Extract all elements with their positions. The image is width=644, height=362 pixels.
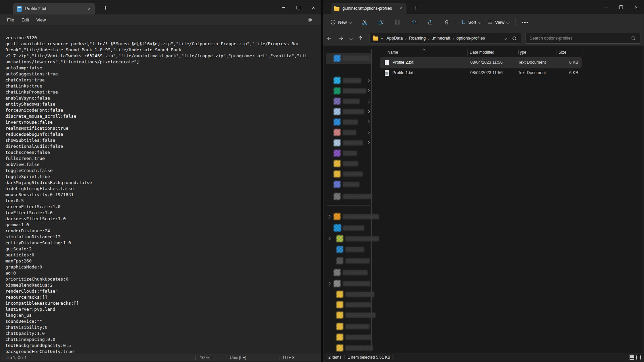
sidebar-item-redacted[interactable] (326, 321, 371, 331)
line-ending[interactable]: Unix (LF) (230, 355, 246, 360)
recent-locations-button[interactable] (346, 33, 355, 44)
file-row[interactable]: Profile 1.txt08/04/2023 11:56Text Docume… (380, 68, 582, 78)
selection-size: 5.61 KB (376, 355, 390, 360)
notepad-tab-profile2[interactable]: Profile 2.txt × (13, 3, 95, 14)
explorer-tab[interactable]: g\.minecraft\options-profiles × (331, 3, 407, 14)
sidebar-item-redacted[interactable] (326, 223, 371, 233)
redacted-label (343, 161, 358, 166)
sidebar-item-redacted[interactable] (326, 53, 371, 64)
tab-close-icon[interactable]: × (86, 5, 93, 12)
redacted-label (345, 302, 371, 307)
maximize-button[interactable] (613, 0, 629, 14)
sidebar-item-redacted[interactable] (326, 159, 371, 169)
new-button[interactable]: New (327, 17, 355, 27)
copy-icon (378, 19, 384, 25)
breadcrumb-appdata[interactable]: AppData (386, 36, 403, 41)
expand-chevron-icon[interactable] (367, 79, 370, 82)
sidebar-item-redacted[interactable] (326, 96, 371, 106)
column-separator[interactable] (556, 49, 556, 56)
expand-chevron-icon[interactable] (367, 120, 370, 124)
search-box[interactable] (525, 33, 640, 44)
column-separator[interactable] (583, 49, 583, 56)
rename-button[interactable] (408, 16, 420, 28)
column-header-date-modified[interactable]: Date modified (470, 50, 494, 55)
details-view-button[interactable] (630, 355, 634, 360)
minimize-button[interactable] (276, 0, 291, 14)
sidebar-item-redacted[interactable] (326, 127, 371, 137)
see-more-button[interactable]: ••• (519, 17, 532, 27)
redacted-label (343, 151, 357, 156)
sidebar-item-redacted[interactable] (326, 267, 371, 278)
search-input[interactable] (526, 36, 631, 41)
minimize-button[interactable] (598, 0, 613, 14)
close-button[interactable]: × (306, 0, 321, 14)
delete-button[interactable] (441, 16, 453, 28)
sidebar-item-redacted[interactable] (326, 343, 371, 353)
address-dropdown-chevron-icon[interactable] (504, 37, 507, 40)
expand-chevron-icon[interactable] (367, 100, 370, 103)
sidebar-item-redacted[interactable] (326, 107, 371, 117)
breadcrumb-roaming[interactable]: Roaming (409, 36, 426, 41)
toolbar-divider (356, 18, 356, 26)
copy-button[interactable] (375, 16, 387, 28)
sidebar-item-redacted[interactable] (326, 179, 371, 189)
sidebar-item-redacted[interactable] (326, 75, 371, 85)
paste-button[interactable] (391, 16, 404, 28)
sidebar-item-redacted[interactable] (326, 138, 371, 148)
expand-chevron-icon[interactable] (327, 215, 331, 218)
breadcrumb-overflow[interactable]: « (381, 36, 383, 41)
expand-chevron-icon[interactable] (367, 89, 370, 93)
encoding[interactable]: UTF-8 (283, 355, 294, 360)
expand-chevron-icon[interactable] (327, 282, 331, 285)
column-separator[interactable] (515, 49, 515, 56)
breadcrumb-bar[interactable]: « AppData›Roaming›.minecraft›options-pro… (369, 33, 521, 44)
zoom-level[interactable]: 100% (200, 355, 210, 360)
expand-chevron-icon[interactable] (327, 237, 331, 240)
column-header-name[interactable]: Name (387, 50, 398, 55)
sidebar-item-redacted[interactable] (326, 148, 371, 158)
sidebar-item-redacted[interactable] (326, 169, 371, 179)
menu-file[interactable]: File (3, 16, 18, 24)
new-tab-button[interactable] (411, 4, 420, 11)
sidebar-item-redacted[interactable] (326, 279, 371, 289)
tab-close-icon[interactable]: × (397, 5, 405, 12)
back-button[interactable] (324, 33, 335, 44)
settings-gear-icon[interactable] (307, 17, 313, 23)
column-header-type[interactable]: Type (518, 50, 526, 55)
cut-button[interactable] (359, 16, 371, 28)
breadcrumb-options-profiles[interactable]: options-profiles (457, 36, 485, 41)
sidebar-item-redacted[interactable] (326, 256, 371, 266)
redacted-folder-icon (336, 334, 343, 341)
new-tab-button[interactable] (101, 4, 110, 11)
sidebar-item-redacted[interactable] (326, 310, 371, 320)
expand-chevron-icon[interactable] (367, 141, 370, 144)
sidebar-item-redacted[interactable] (326, 289, 371, 299)
menu-view[interactable]: View (33, 16, 49, 24)
refresh-icon[interactable] (512, 36, 517, 41)
up-button[interactable] (355, 33, 366, 44)
sort-button[interactable]: Sort (458, 17, 484, 27)
breadcrumb--minecraft[interactable]: .minecraft (432, 36, 450, 41)
maximize-button[interactable] (291, 0, 306, 14)
forward-button[interactable] (335, 33, 346, 44)
close-button[interactable]: × (629, 0, 644, 14)
redacted-folder-icon (334, 119, 340, 125)
sidebar-item-redacted[interactable] (326, 332, 371, 342)
file-row[interactable]: Profile 2.txt08/04/2023 11:56Text Docume… (380, 57, 582, 68)
column-separator[interactable] (467, 49, 468, 56)
notepad-editor[interactable]: version:3120 quilt_available_resource_pa… (1, 26, 321, 354)
sidebar-item-redacted[interactable] (326, 86, 371, 96)
sidebar-item-redacted[interactable] (326, 117, 371, 127)
share-button[interactable] (424, 16, 436, 28)
sidebar-item-redacted[interactable] (326, 300, 371, 310)
expand-chevron-icon[interactable] (367, 110, 370, 113)
expand-chevron-icon[interactable] (367, 131, 370, 134)
sidebar-item-redacted[interactable] (326, 234, 371, 244)
large-icons-view-button[interactable] (636, 355, 641, 360)
sidebar-item-redacted[interactable] (326, 244, 371, 254)
view-button[interactable]: View (484, 17, 512, 27)
menu-edit[interactable]: Edit (18, 16, 33, 24)
column-header-size[interactable]: Size (558, 50, 566, 55)
sidebar-item-redacted[interactable] (326, 191, 371, 201)
sidebar-item-redacted[interactable] (326, 212, 371, 222)
